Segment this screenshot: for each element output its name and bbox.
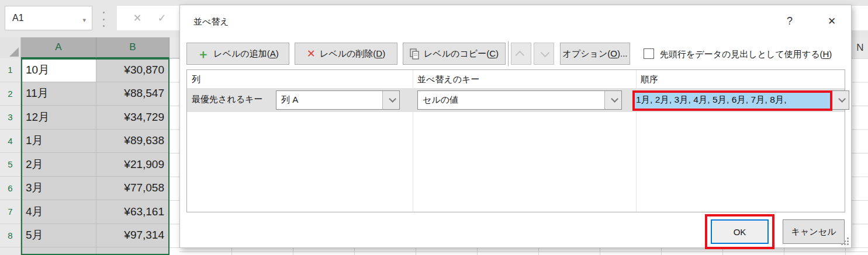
- sheet-row-7: 7 4月 ¥63,161: [0, 200, 179, 224]
- cell-b8[interactable]: ¥97,314: [96, 224, 169, 248]
- header-row-checkbox[interactable]: [644, 48, 654, 59]
- cell-a9[interactable]: 6月: [21, 247, 96, 255]
- cancel-button[interactable]: キャンセル: [783, 219, 845, 244]
- cancel-icon[interactable]: ✕: [133, 12, 141, 25]
- move-level-down-button[interactable]: [534, 43, 554, 65]
- cell-b3[interactable]: ¥34,729: [96, 106, 169, 130]
- sort-on-dropdown-value: セルの値: [418, 91, 604, 109]
- close-icon[interactable]: ✕: [822, 12, 842, 30]
- select-all-button[interactable]: [0, 37, 21, 58]
- name-box[interactable]: A1 ▾: [5, 6, 92, 30]
- options-button[interactable]: オプション(O)...: [560, 43, 630, 65]
- options-label: オプション(O)...: [563, 48, 628, 60]
- copy-level-label: レベルのコピー(C): [424, 48, 499, 60]
- sort-dialog: 並べ替え ? ✕ ＋ レベルの追加(A) ✕ レベルの削除(D) レベルのコピー…: [179, 5, 852, 248]
- cell-b7[interactable]: ¥63,161: [96, 200, 169, 224]
- chevron-down-icon: [611, 95, 618, 103]
- cell-a4[interactable]: 1月: [21, 130, 96, 153]
- add-level-button[interactable]: ＋ レベルの追加(A): [186, 43, 289, 65]
- background-cells-right: [852, 58, 868, 255]
- add-level-label: レベルの追加(A): [213, 48, 278, 60]
- name-box-value: A1: [12, 13, 24, 23]
- row-header-9[interactable]: 9: [0, 247, 21, 255]
- chevron-down-icon: [838, 95, 846, 103]
- cell-a5[interactable]: 2月: [21, 153, 96, 177]
- sheet-row-9: 9 6月 ¥93,115: [0, 247, 179, 255]
- plus-icon: ＋: [197, 48, 209, 60]
- cell-a1[interactable]: 10月: [21, 58, 96, 82]
- sheet-row-4: 4 1月 ¥89,638: [0, 130, 179, 153]
- delete-level-label: レベルの削除(D): [320, 48, 385, 60]
- help-button[interactable]: ?: [781, 12, 798, 30]
- sort-on-dropdown-button[interactable]: [604, 91, 621, 109]
- chevron-down-icon: [389, 95, 396, 103]
- column-header-col: 列: [192, 74, 200, 85]
- cell-a3[interactable]: 12月: [21, 106, 96, 130]
- chevron-up-icon: [516, 50, 525, 60]
- cell-b6[interactable]: ¥77,058: [96, 177, 169, 201]
- cell-a7[interactable]: 4月: [21, 200, 96, 224]
- cell-a2[interactable]: 11月: [21, 82, 96, 106]
- row-header-4[interactable]: 4: [0, 130, 21, 153]
- cell-b1[interactable]: ¥30,870: [96, 58, 169, 82]
- column-dropdown[interactable]: 列 A: [276, 90, 400, 110]
- header-row-checkbox-label[interactable]: 先頭行をデータの見出しとして使用する(H): [660, 49, 832, 60]
- row-header-5[interactable]: 5: [0, 153, 21, 177]
- chevron-down-icon[interactable]: ▾: [82, 16, 86, 24]
- cell-b2[interactable]: ¥88,547: [96, 82, 169, 106]
- column-header-n[interactable]: N: [852, 37, 868, 58]
- sheet-row-6: 6 3月 ¥77,058: [0, 177, 179, 201]
- sheet-row-3: 3 12月 ¥34,729: [0, 106, 179, 130]
- row-header-8[interactable]: 8: [0, 224, 21, 248]
- formula-bar-separator: [103, 12, 105, 27]
- copy-level-button[interactable]: レベルのコピー(C): [403, 43, 506, 65]
- copy-icon: [410, 48, 420, 60]
- sheet-row-2: 2 11月 ¥88,547: [0, 82, 179, 106]
- row-header-6[interactable]: 6: [0, 177, 21, 201]
- chevron-down-icon: [541, 48, 550, 57]
- sheet-row-8: 8 5月 ¥97,314: [0, 224, 179, 248]
- background-cells-left: [170, 58, 179, 255]
- sort-level-row: 最優先されるキー 列 A セルの値 1月, 2月, 3月, 4月, 5月, 6月…: [187, 88, 845, 112]
- row-header-1[interactable]: 1: [0, 58, 21, 82]
- screen: A1 ▾ ✕ ✓ A B N 1 10月 ¥30,870 2 11月 ¥88,5…: [0, 0, 868, 255]
- toolbar-separator: [508, 41, 509, 66]
- cell-b5[interactable]: ¥21,909: [96, 153, 169, 177]
- resize-grip[interactable]: [841, 237, 849, 245]
- column-header-b[interactable]: B: [96, 37, 170, 58]
- column-header-a[interactable]: A: [21, 37, 96, 58]
- sheet-row-1: 1 10月 ¥30,870: [0, 58, 179, 82]
- order-dropdown[interactable]: 1月, 2月, 3月, 4月, 5月, 6月, 7月, 8月,: [632, 90, 849, 110]
- ok-button[interactable]: OK: [711, 219, 769, 244]
- formula-buttons: ✕ ✓: [117, 6, 182, 30]
- cell-a8[interactable]: 5月: [21, 224, 96, 248]
- background-cells-bottom: [179, 248, 868, 255]
- sort-levels-list: 列 並べ替えのキー 順序 最優先されるキー 列 A セルの値 1月, 2月, 3…: [186, 69, 845, 212]
- dialog-title: 並べ替え: [193, 16, 229, 27]
- row-header-7[interactable]: 7: [0, 200, 21, 224]
- delete-level-button[interactable]: ✕ レベルの削除(D): [295, 43, 397, 65]
- column-header-order: 順序: [641, 74, 658, 85]
- column-dropdown-value: 列 A: [276, 91, 382, 109]
- delete-x-icon: ✕: [307, 48, 316, 59]
- cell-b9[interactable]: ¥93,115: [96, 247, 169, 255]
- enter-icon[interactable]: ✓: [157, 12, 166, 25]
- sheet-row-5: 5 2月 ¥21,909: [0, 153, 179, 177]
- row-header-2[interactable]: 2: [0, 82, 21, 106]
- sort-on-dropdown[interactable]: セルの値: [417, 90, 622, 110]
- sort-by-label: 最優先されるキー: [192, 94, 262, 105]
- column-dropdown-button[interactable]: [382, 91, 399, 109]
- column-header-sort-on: 並べ替えのキー: [417, 74, 479, 85]
- cell-b4[interactable]: ¥89,638: [96, 130, 169, 153]
- cell-a6[interactable]: 3月: [21, 177, 96, 201]
- select-all-triangle-icon: [9, 47, 19, 57]
- move-level-up-button[interactable]: [511, 43, 531, 65]
- order-dropdown-value: 1月, 2月, 3月, 4月, 5月, 6月, 7月, 8月,: [633, 91, 832, 109]
- order-dropdown-button[interactable]: [832, 91, 849, 109]
- spreadsheet-grid: 1 10月 ¥30,870 2 11月 ¥88,547 3 12月 ¥34,72…: [0, 58, 179, 255]
- row-header-3[interactable]: 3: [0, 106, 21, 130]
